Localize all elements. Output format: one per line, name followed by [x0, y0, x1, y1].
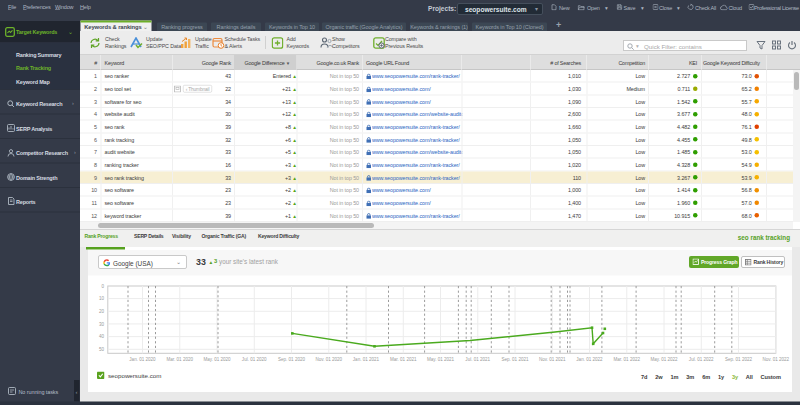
svg-text:Jan. 01 2022: Jan. 01 2022 — [576, 357, 603, 362]
svg-text:Sep. 01 2020: Sep. 01 2020 — [278, 357, 306, 362]
svg-text:0: 0 — [101, 284, 104, 289]
svg-text:May. 01 2022: May. 01 2022 — [650, 357, 678, 362]
svg-text:40: 40 — [99, 334, 105, 339]
svg-text:Jul. 01 2020: Jul. 01 2020 — [242, 357, 267, 362]
svg-text:Mar. 01 2022: Mar. 01 2022 — [613, 357, 640, 362]
svg-text:Sep. 01 2022: Sep. 01 2022 — [725, 357, 753, 362]
svg-text:10: 10 — [99, 296, 105, 301]
svg-text:Jul. 01 2021: Jul. 01 2021 — [465, 357, 490, 362]
svg-text:Jul. 01 2022: Jul. 01 2022 — [689, 357, 714, 362]
svg-text:Nov. 01 2022: Nov. 01 2022 — [762, 357, 789, 362]
svg-text:30: 30 — [99, 322, 105, 327]
svg-text:Sep. 01 2021: Sep. 01 2021 — [501, 357, 529, 362]
svg-text:Nov. 01 2021: Nov. 01 2021 — [539, 357, 566, 362]
svg-text:Jan. 01 2021: Jan. 01 2021 — [353, 357, 380, 362]
svg-text:May. 01 2021: May. 01 2021 — [427, 357, 455, 362]
svg-text:50: 50 — [99, 347, 105, 352]
svg-text:Mar. 01 2021: Mar. 01 2021 — [390, 357, 417, 362]
svg-text:Jan. 01 2020: Jan. 01 2020 — [129, 357, 156, 362]
svg-text:May. 01 2020: May. 01 2020 — [203, 357, 231, 362]
svg-text:20: 20 — [99, 309, 105, 314]
svg-text:Mar. 01 2020: Mar. 01 2020 — [166, 357, 193, 362]
svg-text:Nov. 01 2020: Nov. 01 2020 — [315, 357, 342, 362]
